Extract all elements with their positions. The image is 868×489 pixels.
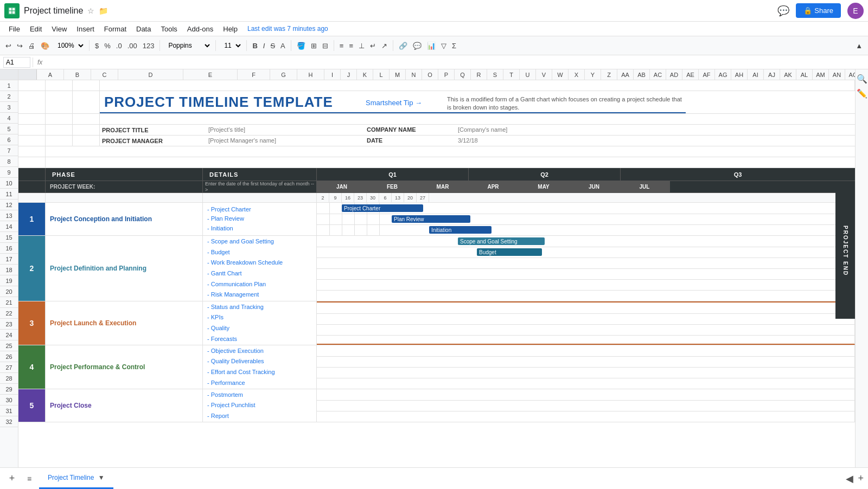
bar-plan-review-label: Plan Review [394, 216, 424, 222]
function-button[interactable]: Σ [450, 41, 458, 51]
undo-button[interactable]: ↩ [3, 41, 14, 51]
sheet-tab-project-timeline[interactable]: Project Timeline ▼ [39, 468, 113, 489]
phase-5-detail-1: - Postmortem [207, 390, 316, 400]
collapse-toolbar-button[interactable]: ▲ [853, 41, 865, 51]
italic-button[interactable]: I [261, 41, 267, 51]
align-center-button[interactable]: ≡ [347, 41, 355, 51]
bold-button[interactable]: B [250, 41, 259, 51]
col-AF: AF [699, 69, 715, 80]
font-select[interactable]: Poppins [163, 40, 212, 51]
last-edit-link[interactable]: Last edit was 7 minutes ago [247, 25, 328, 33]
toolbar: ↩ ↪ 🖨 🎨 100% $ % .0 .00 123 Poppins 11 B… [0, 36, 868, 55]
svg-rect-3 [9, 11, 12, 14]
print-button[interactable]: 🖨 [26, 41, 37, 51]
bar-initiation-label: Initiation [431, 227, 451, 233]
col-K: K [357, 69, 373, 80]
menu-add-ons[interactable]: Add-ons [183, 24, 218, 34]
menu-edit[interactable]: Edit [25, 24, 46, 34]
sidebar-explore-icon[interactable]: 🔍 [857, 74, 867, 84]
user-avatar[interactable]: E [847, 3, 864, 19]
menu-insert[interactable]: Insert [72, 24, 99, 34]
text-rotation-button[interactable]: ↗ [379, 41, 390, 51]
toolbar-divider-1 [89, 40, 90, 51]
row-num-12: 12 [0, 200, 18, 210]
phase-2-detail-5: - Communication Plan [207, 280, 316, 289]
wrap-button[interactable]: ↵ [368, 41, 378, 51]
col-R: R [471, 69, 487, 80]
col-AJ: AJ [764, 69, 780, 80]
star-icon[interactable]: ☆ [87, 7, 94, 15]
cell-reference-input[interactable] [3, 57, 30, 68]
menu-data[interactable]: Data [132, 24, 155, 34]
currency-button[interactable]: $ [93, 41, 101, 51]
phase-3-details: - Status and Tracking - KPIs - Quality -… [203, 301, 317, 345]
align-left-button[interactable]: ≡ [337, 41, 346, 51]
bar-scope-goal: Scope and Goal Setting [458, 237, 545, 245]
valign-button[interactable]: ⊥ [356, 41, 367, 51]
sidebar-edit-icon[interactable]: ✏️ [857, 88, 867, 99]
sheet-tab-dropdown-icon[interactable]: ▼ [98, 474, 105, 481]
phase-4-details: - Objective Execution - Quality Delivera… [203, 345, 317, 389]
week-2: 2 [317, 193, 329, 202]
bar-project-charter-label: Project Charter [344, 205, 380, 211]
smartsheet-tip-label: Smartsheet Tip → [366, 98, 422, 106]
col-D: D [118, 69, 183, 80]
col-P: P [438, 69, 455, 80]
phase-2-row: 2 Project Definition and Planning - Scop… [18, 236, 855, 301]
chart-button[interactable]: 📊 [425, 41, 438, 51]
row-num-22: 22 [0, 308, 18, 319]
link-button[interactable]: 🔗 [397, 41, 410, 51]
app-icon [4, 3, 20, 18]
spreadsheet-content[interactable]: PROJECT TIMELINE TEMPLATE Smartsheet Tip… [18, 80, 855, 467]
col-AA: AA [617, 69, 634, 80]
col-AE: AE [682, 69, 699, 80]
week-16: 16 [342, 193, 354, 202]
borders-button[interactable]: ⊞ [309, 41, 319, 51]
row-num-17: 17 [0, 254, 18, 265]
font-color-button[interactable]: A [278, 41, 288, 51]
phase-2-detail-1: - Scope and Goal Setting [207, 237, 316, 247]
row-numbers: 1 2 3 4 5 6 7 8 9 10 11 12 13 14 15 16 1… [0, 69, 18, 467]
row-num-19: 19 [0, 275, 18, 286]
apr-label: APR [487, 184, 499, 190]
filter-button[interactable]: ▽ [439, 41, 449, 51]
sheet-list-button[interactable]: ≡ [22, 471, 37, 486]
redo-button[interactable]: ↪ [15, 41, 25, 51]
fill-color-button[interactable]: 🪣 [295, 41, 308, 51]
number-format-button[interactable]: 123 [141, 41, 157, 51]
menu-format[interactable]: Format [100, 24, 131, 34]
col-O: O [422, 69, 438, 80]
font-size-select[interactable]: 11 [219, 40, 243, 51]
phase-2-timeline: Scope and Goal Setting Budget [317, 236, 855, 301]
paint-format-button[interactable]: 🎨 [39, 41, 52, 51]
percent-button[interactable]: % [102, 41, 113, 51]
formula-input[interactable] [47, 59, 865, 66]
row-num-7: 7 [0, 145, 18, 156]
menu-file[interactable]: File [4, 24, 24, 34]
decimal-decrease-button[interactable]: .0 [114, 41, 124, 51]
week-30: 30 [367, 193, 379, 202]
zoom-select[interactable]: 100% [53, 40, 86, 51]
decimal-increase-button[interactable]: .00 [125, 41, 139, 51]
merge-cells-button[interactable]: ⊟ [320, 41, 330, 51]
col-AH: AH [731, 69, 748, 80]
chat-icon[interactable]: 💬 [777, 5, 789, 17]
phase-1-detail-2: - Plan Review [207, 214, 316, 224]
add-sheet-right-button[interactable]: + [858, 473, 864, 484]
menu-tools[interactable]: Tools [156, 24, 181, 34]
project-manager-value: [Project Manager's name] [208, 137, 276, 144]
bottom-right-controls: ◀ + [846, 473, 864, 485]
menu-help[interactable]: Help [219, 24, 242, 34]
col-AK: AK [780, 69, 796, 80]
collapse-sheets-button[interactable]: ◀ [846, 473, 853, 485]
col-T: T [503, 69, 520, 80]
strikethrough-button[interactable]: S [268, 41, 277, 51]
right-sidebar: 🔍 ✏️ [855, 69, 868, 467]
add-sheet-button[interactable]: + [4, 471, 20, 486]
col-Z: Z [601, 69, 617, 80]
menu-view[interactable]: View [47, 24, 71, 34]
row-7 [18, 157, 855, 168]
comment-button[interactable]: 💬 [411, 41, 424, 51]
share-button[interactable]: 🔒 Share [796, 3, 841, 18]
folder-icon[interactable]: 📁 [99, 7, 108, 15]
